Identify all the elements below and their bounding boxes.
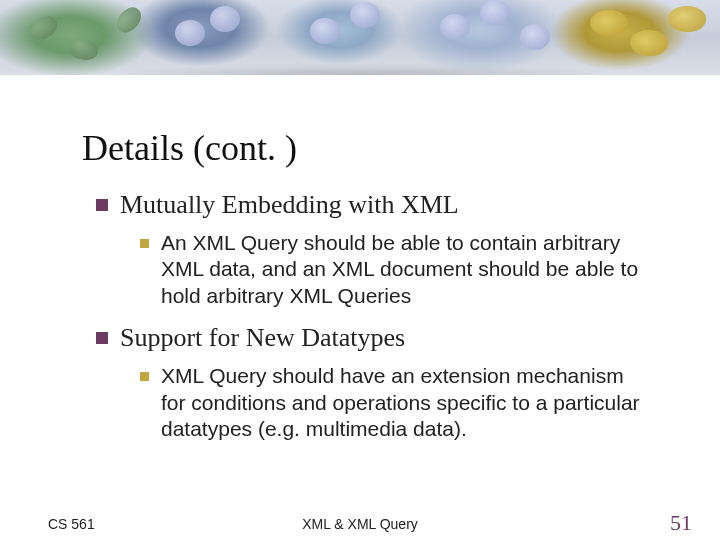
square-bullet-icon	[96, 199, 108, 211]
list-subitem-text: XML Query should have an extension mecha…	[161, 363, 642, 444]
list-item-label: Support for New Datatypes	[120, 322, 405, 355]
decorative-banner	[0, 0, 720, 75]
list-item-label: Mutually Embedding with XML	[120, 189, 459, 222]
list-subitem: An XML Query should be able to contain a…	[140, 230, 642, 311]
square-bullet-icon	[96, 332, 108, 344]
footer-page-number: 51	[670, 510, 692, 536]
list-item: Support for New Datatypes	[96, 322, 642, 355]
square-bullet-icon	[140, 372, 149, 381]
slide-title: Details (cont. )	[82, 127, 720, 169]
list-subitem-text: An XML Query should be able to contain a…	[161, 230, 642, 311]
footer-title: XML & XML Query	[0, 516, 720, 532]
list-item: Mutually Embedding with XML	[96, 189, 642, 222]
square-bullet-icon	[140, 239, 149, 248]
slide-content: Mutually Embedding with XML An XML Query…	[78, 189, 642, 443]
list-subitem: XML Query should have an extension mecha…	[140, 363, 642, 444]
